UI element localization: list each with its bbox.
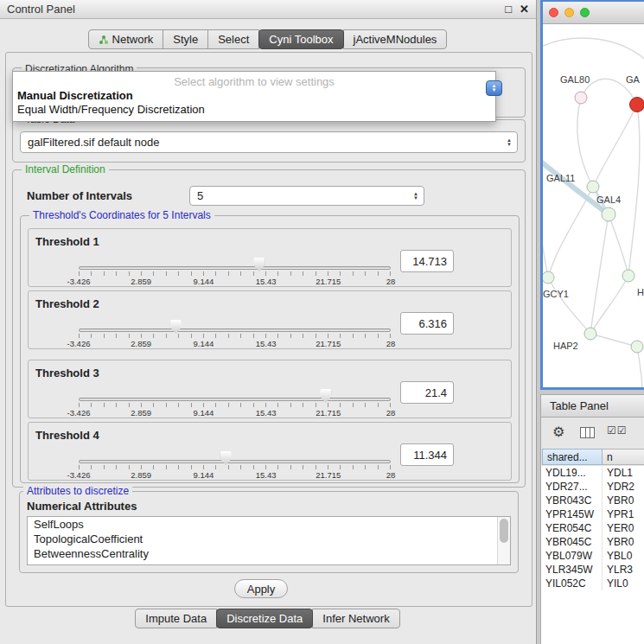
threshold-value-field[interactable]: 21.4	[400, 381, 454, 404]
cell-name[interactable]: YBR0	[602, 494, 644, 507]
tab-label: Discretize Data	[226, 609, 303, 628]
list-scrollbar[interactable]	[497, 517, 510, 564]
cell-name[interactable]: YPR1	[602, 507, 644, 521]
list-item-selfloops[interactable]: SelfLoops	[28, 517, 510, 532]
columns-icon[interactable]	[580, 427, 595, 438]
tab-label: Infer Network	[322, 609, 389, 628]
number-of-intervals-combobox[interactable]: 5 ▲▼	[189, 186, 424, 206]
network-window-titlebar[interactable]	[543, 2, 644, 24]
node-label: GAL80	[560, 74, 590, 85]
dropdown-option-equal-width-frequency[interactable]: Equal Width/Frequency Discretization	[13, 103, 495, 117]
threshold-2-panel: Threshold 2 6.316 -3.426 2.859 9.144 15.…	[28, 290, 512, 349]
scale-label: 21.715	[316, 277, 341, 286]
combobox-arrows-icon: ▲▼	[413, 192, 418, 201]
select-checkboxes-icon[interactable]: ☑☑	[607, 424, 628, 437]
control-panel-titlebar[interactable]: Control Panel □ ✕	[0, 0, 536, 19]
slider-track[interactable]	[79, 460, 391, 463]
cell-name[interactable]: YBR0	[602, 535, 644, 549]
table-row[interactable]: YBR043CYBR0	[541, 494, 644, 507]
table-row[interactable]: YBR045CYBR0	[541, 535, 644, 549]
cell-shared-name[interactable]: YPR145W	[541, 507, 602, 521]
table-row[interactable]: YDR27...YDR2	[541, 480, 644, 494]
slider-track[interactable]	[79, 398, 391, 401]
threshold-4-panel: Threshold 4 11.344 -3.426 2.859 9.144 15…	[28, 422, 512, 481]
node-hap2[interactable]	[584, 328, 596, 340]
scrollbar-thumb[interactable]	[500, 519, 508, 543]
tab-cyni-toolbox[interactable]: Cyni Toolbox	[258, 29, 343, 49]
threshold-slider[interactable]: -3.426 2.859 9.144 15.43 21.715 28	[79, 291, 391, 350]
network-canvas[interactable]: GAL80 GA GAL11 GAL4 GCY1 H HAP2	[543, 24, 644, 387]
tab-impute-data[interactable]: Impute Data	[135, 609, 217, 628]
algorithm-combo-stepper[interactable]: ▲ ▼	[486, 80, 502, 96]
node-gcy1[interactable]	[543, 271, 554, 284]
cell-shared-name[interactable]: YBR043C	[541, 494, 602, 507]
node-selected-red[interactable]	[630, 98, 644, 112]
tab-jactivemnodules[interactable]: jActiveMNodules	[343, 29, 448, 49]
cell-name[interactable]: YDR2	[602, 480, 644, 494]
tab-select[interactable]: Select	[207, 29, 259, 49]
list-item-betweennesscentrality[interactable]: BetweennessCentrality	[28, 546, 510, 561]
screen: Control Panel □ ✕ Network Style Select C…	[0, 0, 644, 644]
column-header-name[interactable]: n	[603, 449, 644, 465]
threshold-slider[interactable]: -3.426 2.859 9.144 15.43 21.715 28	[79, 360, 391, 419]
top-tab-bar: Network Style Select Cyni Toolbox jActiv…	[0, 29, 536, 49]
cell-name[interactable]: YBL0	[602, 549, 644, 563]
network-view-window: GAL80 GA GAL11 GAL4 GCY1 H HAP2	[540, 0, 644, 390]
gear-icon[interactable]: ⚙	[552, 424, 564, 440]
cell-shared-name[interactable]: YDR27...	[541, 480, 602, 494]
scale-label: 28	[386, 277, 396, 286]
node-gal11[interactable]	[587, 181, 599, 193]
cell-name[interactable]: YER0	[602, 521, 644, 535]
cell-name[interactable]: YDL1	[602, 466, 644, 480]
threshold-3-panel: Threshold 3 21.4 -3.426 2.859 9.144 15.4…	[28, 360, 512, 418]
table-row[interactable]: YBL079WYBL0	[541, 549, 644, 563]
threshold-value-field[interactable]: 11.344	[400, 443, 454, 466]
list-item-topologicalcoefficient[interactable]: TopologicalCoefficient	[28, 532, 510, 546]
node-gal80[interactable]	[575, 92, 587, 104]
cell-shared-name[interactable]: YER054C	[541, 521, 602, 535]
combobox-value: galFiltered.sif default node	[28, 136, 159, 149]
cell-shared-name[interactable]: YLR345W	[541, 563, 602, 577]
zoom-traffic-light[interactable]	[580, 8, 590, 17]
table-row[interactable]: YER054CYER0	[541, 521, 644, 535]
node-h[interactable]	[622, 270, 634, 282]
dropdown-option-manual-discretization[interactable]: Manual Discretization	[13, 89, 495, 103]
cell-name[interactable]: YIL0	[602, 577, 644, 590]
cell-shared-name[interactable]: YBR045C	[541, 535, 602, 549]
minimize-traffic-light[interactable]	[564, 8, 574, 17]
tab-style[interactable]: Style	[163, 29, 208, 49]
scale-label: 15.43	[256, 339, 277, 348]
node-gal4[interactable]	[602, 207, 615, 221]
float-window-icon[interactable]: □	[505, 3, 512, 16]
tab-network[interactable]: Network	[88, 29, 164, 49]
threshold-slider[interactable]: -3.426 2.859 9.144 15.43 21.715 28	[79, 229, 391, 288]
table-panel-titlebar[interactable]: Table Panel	[540, 394, 644, 418]
table-row[interactable]: YLR345WYLR3	[541, 563, 644, 577]
network-graph[interactable]: GAL80 GA GAL11 GAL4 GCY1 H HAP2	[543, 24, 644, 387]
slider-track[interactable]	[79, 266, 391, 270]
table-header-row: shared... n	[541, 449, 644, 466]
cell-shared-name[interactable]: YBL079W	[541, 549, 602, 563]
node-corner[interactable]	[631, 341, 643, 353]
scale-label: -3.426	[67, 470, 91, 480]
close-traffic-light[interactable]	[549, 8, 558, 17]
tab-discretize-data[interactable]: Discretize Data	[216, 609, 313, 628]
cell-name[interactable]: YLR3	[602, 563, 644, 577]
cell-shared-name[interactable]: YDL19...	[541, 466, 602, 480]
table-row[interactable]: YDL19...YDL1	[541, 466, 644, 480]
threshold-value-field[interactable]: 6.316	[400, 312, 454, 335]
group-label: Interval Definition	[22, 163, 109, 175]
table-data-combobox[interactable]: galFiltered.sif default node ▲▼	[20, 131, 518, 153]
column-header-shared-name[interactable]: shared...	[542, 449, 603, 465]
apply-button[interactable]: Apply	[234, 579, 288, 598]
scale-label: 9.144	[194, 408, 214, 418]
table-row[interactable]: YIL052CYIL0	[541, 577, 644, 590]
combobox-arrows-icon: ▲▼	[507, 138, 512, 147]
slider-track[interactable]	[79, 328, 391, 332]
threshold-value-field[interactable]: 14.713	[400, 250, 454, 272]
threshold-slider[interactable]: -3.426 2.859 9.144 15.43 21.715 28	[79, 423, 391, 481]
close-window-icon[interactable]: ✕	[520, 3, 529, 16]
tab-infer-network[interactable]: Infer Network	[312, 609, 399, 628]
cell-shared-name[interactable]: YIL052C	[541, 577, 602, 590]
table-row[interactable]: YPR145WYPR1	[541, 507, 644, 521]
